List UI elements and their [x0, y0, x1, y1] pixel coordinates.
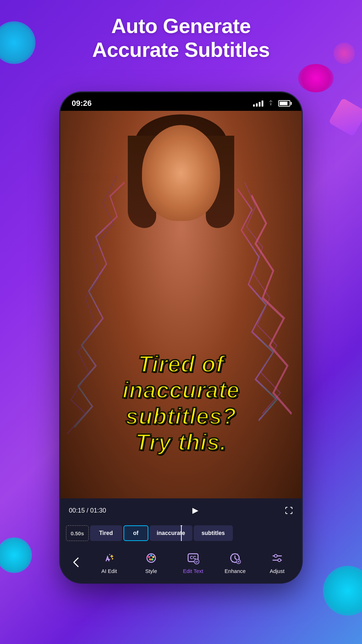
header-title: Auto Generate Accurate Subtitles	[0, 14, 362, 61]
status-time: 09:26	[72, 99, 92, 108]
battery-icon	[278, 100, 290, 107]
back-button[interactable]	[69, 553, 83, 572]
phone-frame: 09:26	[60, 92, 302, 583]
svg-point-7	[151, 558, 153, 561]
edit-text-icon: CC	[185, 550, 201, 566]
svg-point-5	[150, 554, 152, 557]
ai-edit-label: AI Edit	[101, 568, 117, 574]
status-icons	[253, 99, 290, 108]
svg-point-17	[278, 559, 281, 562]
svg-point-4	[148, 556, 150, 558]
subtitle-text: Tired ofinaccuratesubtitles?Try this.	[122, 351, 240, 456]
svg-rect-0	[102, 551, 116, 565]
time-display: 00:15 / 01:30	[69, 507, 106, 514]
adjust-label: Adjust	[270, 568, 285, 574]
enhance-icon	[227, 550, 243, 566]
signal-icon	[253, 100, 263, 107]
phone-screen: 09:26	[60, 92, 302, 583]
toolbar-style[interactable]: Style	[135, 550, 167, 574]
timeline-item-tired[interactable]: Tired	[90, 525, 122, 541]
toolbar-enhance[interactable]: Enhance	[219, 550, 251, 574]
subtitle-overlay: Tired ofinaccuratesubtitles?Try this.	[60, 351, 302, 456]
svg-point-11	[194, 559, 199, 564]
enhance-label: Enhance	[225, 568, 246, 574]
svg-point-1	[112, 558, 113, 559]
timeline-item-inaccurate[interactable]: inaccurate	[150, 525, 192, 541]
bg-blob-br	[323, 566, 362, 616]
toolbar-edit-text[interactable]: CC Edit Text	[177, 550, 209, 574]
style-label: Style	[145, 568, 157, 574]
ai-edit-icon	[101, 550, 117, 566]
fullscreen-button[interactable]	[285, 506, 293, 515]
bottom-toolbar: AI Edit Style	[60, 545, 302, 583]
video-controls: 00:15 / 01:30 ▶	[60, 498, 302, 523]
svg-point-16	[274, 554, 277, 557]
bg-blob-tr	[298, 64, 334, 92]
toolbar-adjust[interactable]: Adjust	[261, 550, 293, 574]
adjust-icon	[269, 550, 285, 566]
style-icon	[143, 550, 159, 566]
bg-blob-center-r	[328, 98, 362, 136]
timeline: 0.50s Tired of inaccurate subtitles	[60, 523, 302, 545]
person-face	[135, 114, 227, 228]
video-area: Tired ofinaccuratesubtitles?Try this.	[60, 111, 302, 498]
toolbar-ai-edit[interactable]: AI Edit	[93, 550, 125, 574]
timeline-item-subtitles[interactable]: subtitles	[194, 525, 233, 541]
timeline-duration: 0.50s	[66, 525, 89, 541]
svg-point-8	[149, 558, 151, 561]
wifi-icon	[267, 99, 275, 108]
svg-point-2	[109, 554, 110, 555]
timeline-playhead	[181, 525, 182, 541]
svg-point-6	[152, 556, 154, 558]
bg-blob-bl	[0, 537, 32, 573]
status-bar: 09:26	[60, 92, 302, 111]
play-button[interactable]: ▶	[188, 503, 203, 518]
timeline-track: 0.50s Tired of inaccurate subtitles	[66, 525, 296, 541]
edit-text-label: Edit Text	[183, 568, 203, 574]
timeline-item-of[interactable]: of	[124, 525, 148, 541]
